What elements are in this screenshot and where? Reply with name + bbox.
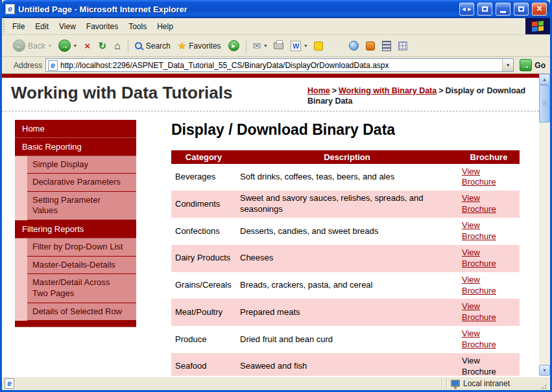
description-cell: Cheeses	[236, 245, 458, 272]
calculator-button[interactable]	[379, 40, 394, 52]
toolbar-grip[interactable]	[3, 20, 6, 32]
toolbar-separator	[128, 39, 128, 53]
view-brochure-link[interactable]: View Brochure	[462, 329, 501, 351]
home-icon: ⌂	[114, 40, 121, 52]
column-header-brochure: Brochure	[458, 150, 520, 164]
scroll-up-button[interactable]: ▲	[539, 74, 550, 85]
minimize-icon	[500, 11, 506, 13]
page-title: Display / Download Binary Data	[171, 121, 520, 139]
sidebar-item-basic-reporting[interactable]: Basic Reporting	[15, 138, 136, 156]
refresh-button[interactable]: ↻	[96, 40, 109, 52]
sidebar-item-filtering-reports[interactable]: Filtering Reports	[15, 220, 136, 238]
forward-button[interactable]: → ▾	[56, 38, 79, 53]
categories-table: Category Description Brochure Beverages …	[171, 150, 520, 376]
mail-button[interactable]: ✉ ▾	[250, 39, 270, 53]
ie-logo-icon: e	[5, 4, 15, 14]
titlebar-arrows-button[interactable]: ◄►	[459, 3, 474, 16]
favorites-label: Favorites	[189, 41, 221, 51]
minimize-button[interactable]	[496, 3, 510, 16]
browser-window: e Untitled Page - Microsoft Internet Exp…	[0, 0, 552, 392]
description-cell: Breads, crackers, pasta, and cereal	[236, 272, 458, 299]
globe-icon	[349, 41, 359, 51]
scroll-thumb[interactable]	[539, 85, 550, 122]
category-cell: Seafood	[171, 353, 236, 376]
sidebar-item-setting-parameter-values[interactable]: Setting Parameter Values	[27, 192, 136, 220]
sidebar-item-filter-by-dropdown-list[interactable]: Filter by Drop-Down List	[27, 238, 136, 257]
view-brochure-link[interactable]: View Brochure	[462, 275, 501, 297]
maximize-button[interactable]	[514, 3, 529, 16]
intranet-zone-icon	[451, 380, 460, 387]
search-label: Search	[146, 41, 171, 51]
menu-help[interactable]: Help	[152, 19, 178, 34]
back-button[interactable]: ← Back ▾	[10, 38, 54, 53]
category-cell: Dairy Products	[171, 245, 236, 272]
search-button[interactable]: Search	[132, 40, 173, 52]
sidebar-item-details-of-selected-row[interactable]: Details of Selected Row	[27, 303, 136, 321]
address-label: Address	[12, 61, 42, 70]
category-cell: Meat/Poultry	[171, 299, 236, 326]
status-separator	[446, 378, 447, 389]
menu-file[interactable]: File	[7, 19, 30, 34]
window-icon	[482, 6, 488, 12]
discuss-button[interactable]	[311, 40, 326, 52]
breadcrumb-link-home[interactable]: Home	[307, 86, 330, 95]
print-button[interactable]	[271, 41, 286, 51]
sidebar-item-master-detail-across-two-pages[interactable]: Master/Detail Across Two Pages	[27, 274, 136, 303]
go-label: Go	[534, 61, 546, 70]
scroll-track[interactable]	[539, 122, 550, 365]
word-edit-icon: W	[291, 41, 301, 51]
sidebar-item-master-details-details[interactable]: Master-Details-Details	[27, 257, 136, 275]
go-button[interactable]: → Go	[517, 59, 548, 71]
table-row: Confections Desserts, candies, and sweet…	[171, 218, 520, 245]
view-brochure-link[interactable]: View Brochure	[462, 220, 501, 242]
view-brochure-link[interactable]: View Brochure	[462, 248, 501, 270]
grid-tool-button[interactable]	[396, 40, 410, 52]
sidebar-item-home[interactable]: Home	[15, 120, 136, 138]
home-button[interactable]: ⌂	[111, 40, 124, 52]
column-header-category: Category	[171, 150, 236, 164]
category-cell: Beverages	[171, 164, 236, 191]
go-icon: →	[520, 59, 532, 71]
titlebar[interactable]: e Untitled Page - Microsoft Internet Exp…	[2, 0, 550, 18]
view-brochure-text: View Brochure	[462, 356, 501, 376]
resize-grip[interactable]	[539, 382, 547, 390]
breadcrumb-link-binary-data[interactable]: Working with Binary Data	[339, 86, 437, 95]
forward-dropdown-icon: ▾	[74, 43, 77, 49]
browser-viewport: Working with Data Tutorials Home>Working…	[2, 74, 550, 376]
close-button[interactable]: ×	[532, 3, 547, 16]
search-icon	[135, 42, 142, 49]
stop-button[interactable]: ×	[81, 40, 94, 52]
messenger-button[interactable]	[346, 40, 361, 52]
status-page-icon: e	[5, 378, 14, 389]
status-zone-panel: Local intranet	[451, 379, 534, 388]
titlebar-window-button[interactable]	[477, 3, 492, 16]
research-icon	[366, 41, 375, 51]
view-brochure-link[interactable]: View Brochure	[462, 193, 501, 215]
table-row: Dairy Products Cheeses View Brochure	[171, 245, 520, 272]
address-bar: Address e http://localhost:2296/ASPNET_D…	[2, 57, 550, 74]
vertical-scrollbar: ▲ ▼	[539, 74, 550, 376]
description-cell: Sweet and savory sauces, relishes, sprea…	[236, 190, 458, 218]
menu-tools[interactable]: Tools	[123, 19, 152, 34]
address-input[interactable]: e http://localhost:2296/ASPNET_Data_Tuto…	[45, 58, 514, 72]
address-dropdown-button[interactable]: ▾	[502, 59, 513, 71]
category-cell: Confections	[171, 218, 236, 245]
sidebar-item-declarative-parameters[interactable]: Declarative Parameters	[27, 174, 136, 192]
back-icon: ←	[13, 40, 25, 52]
media-button[interactable]: ▸	[226, 39, 242, 52]
description-cell: Soft drinks, coffees, teas, beers, and a…	[236, 164, 458, 191]
view-brochure-link[interactable]: View Brochure	[462, 167, 501, 189]
menu-favorites[interactable]: Favorites	[81, 19, 123, 34]
menu-view[interactable]: View	[54, 19, 81, 34]
sidebar-subgroup: Simple Display Declarative Parameters Se…	[15, 156, 136, 221]
menu-edit[interactable]: Edit	[30, 19, 54, 34]
research-button[interactable]	[363, 40, 378, 52]
view-brochure-link[interactable]: View Brochure	[462, 301, 501, 323]
scroll-down-button[interactable]: ▼	[539, 365, 550, 376]
table-row: Seafood Seaweed and fish View Brochure	[171, 353, 520, 376]
sidebar-section-partial[interactable]	[15, 321, 136, 327]
favorites-button[interactable]: ★ Favorites	[175, 39, 224, 53]
sidebar-item-simple-display[interactable]: Simple Display	[27, 156, 136, 174]
edit-button[interactable]: W ▾	[288, 40, 309, 52]
status-bar: e Local intranet	[2, 376, 550, 390]
